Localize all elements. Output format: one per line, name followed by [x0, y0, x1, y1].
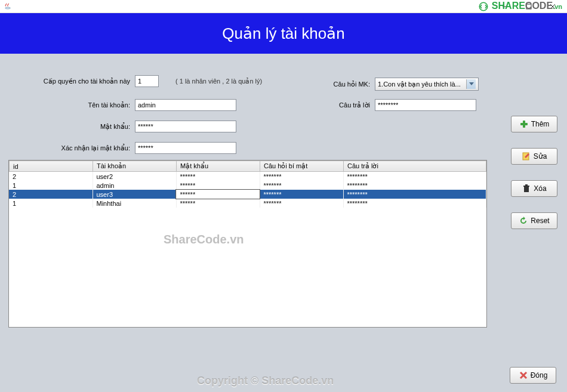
edit-button[interactable]: Sửa — [511, 148, 557, 165]
security-answer-label: Câu trả lời — [329, 101, 370, 109]
plus-icon — [519, 119, 529, 129]
security-question-select[interactable]: 1.Con vật bạn yêu thích là... — [375, 78, 479, 91]
svg-point-0 — [5, 7, 11, 9]
table-row[interactable]: 1admin********************* — [9, 181, 486, 190]
col-question[interactable]: Câu hỏi bí mật — [260, 161, 344, 172]
add-button[interactable]: Thêm — [511, 116, 557, 132]
col-id[interactable]: id — [10, 161, 93, 172]
security-answer-input[interactable] — [375, 99, 476, 111]
svg-rect-9 — [524, 187, 529, 192]
confirm-password-label: Xác nhận lại mật khẩu: — [47, 144, 130, 152]
accounts-table[interactable]: id Tài khoản Mật khẩu Câu hỏi bí mật Câu… — [8, 160, 487, 328]
permission-label: Cấp quyền cho tài khoản này — [41, 78, 130, 85]
security-question-label: Câu hỏi MK: — [329, 81, 370, 88]
delete-button[interactable]: Xóa — [511, 180, 557, 197]
reset-button[interactable]: Reset — [511, 212, 557, 229]
confirm-password-input[interactable] — [135, 142, 236, 154]
table-row[interactable]: 2user2********************* — [9, 172, 486, 181]
permission-input[interactable] — [135, 75, 159, 87]
svg-rect-11 — [525, 184, 528, 186]
col-answer[interactable]: Câu trả lời — [344, 161, 486, 172]
close-button[interactable]: Đóng — [510, 367, 556, 384]
permission-hint: ( 1 là nhân viên , 2 là quản lý) — [175, 78, 262, 85]
sharecode-logo: SHARECODE.vn — [478, 1, 562, 12]
table-row[interactable]: 2user3********************* — [9, 190, 486, 199]
refresh-icon — [519, 216, 528, 226]
col-password[interactable]: Mật khẩu — [177, 161, 260, 172]
table-row[interactable]: 1Minhthai********************* — [9, 199, 486, 208]
edit-icon — [522, 152, 531, 161]
username-input[interactable] — [135, 99, 236, 111]
page-title: Quản lý tài khoản — [222, 24, 344, 43]
svg-rect-10 — [523, 186, 529, 187]
password-label: Mật khẩu: — [70, 123, 130, 131]
java-app-icon — [4, 2, 12, 10]
trash-icon — [522, 184, 531, 193]
username-label: Tên tài khoản: — [70, 101, 130, 109]
chevron-down-icon — [466, 79, 476, 89]
page-title-banner: Quản lý tài khoản — [0, 13, 567, 54]
col-username[interactable]: Tài khoản — [93, 161, 177, 172]
svg-rect-7 — [520, 123, 528, 125]
close-icon — [519, 371, 528, 380]
password-input[interactable] — [135, 121, 236, 132]
